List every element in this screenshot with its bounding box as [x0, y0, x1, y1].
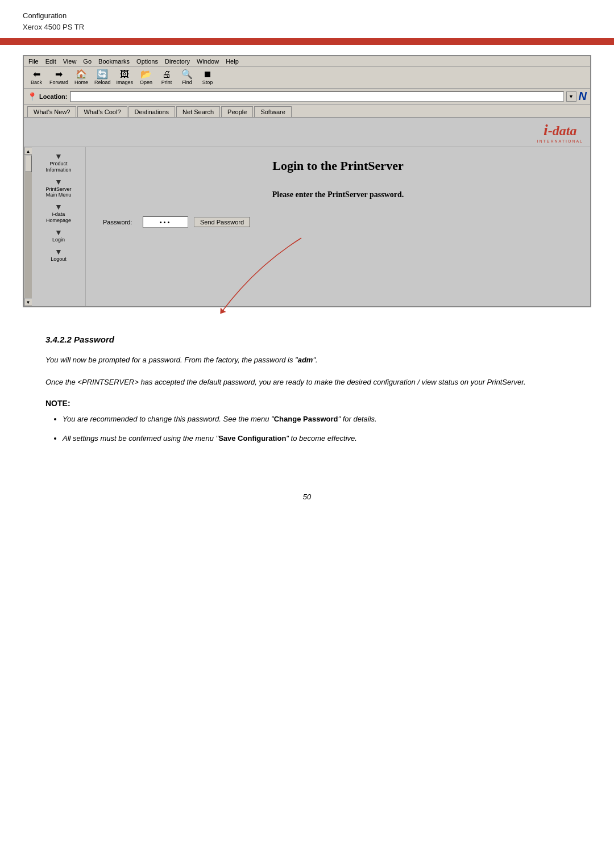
- stop-label: Stop: [202, 80, 213, 85]
- home-label: Home: [74, 80, 88, 85]
- sidebar-item-login[interactable]: ▼ Login: [34, 227, 83, 245]
- header-line2: Xerox 4500 PS TR: [23, 22, 591, 33]
- login-subtitle: Please enter the PrintServer password.: [103, 190, 573, 199]
- browser-window: File Edit View Go Bookmarks Options Dire…: [23, 55, 591, 307]
- sidebar-label-printserver-menu: PrintServerMain Menu: [45, 186, 71, 199]
- sidebar-item-product-info[interactable]: ▼ ProductInformation: [34, 151, 83, 175]
- header-line1: Configuration: [23, 10, 591, 22]
- stop-icon: ⏹: [203, 70, 212, 79]
- idata-subtext: INTERNATIONAL: [537, 139, 584, 143]
- reload-button[interactable]: 🔄 Reload: [93, 69, 113, 86]
- browser-nav-tabs: What's New? What's Cool? Destinations Ne…: [24, 105, 590, 118]
- menu-file[interactable]: File: [28, 58, 39, 65]
- sidebar-arrow-icon-3: ▼: [55, 203, 63, 211]
- tab-whats-cool[interactable]: What's Cool?: [77, 106, 127, 117]
- location-input[interactable]: [70, 91, 564, 102]
- idata-i: i: [544, 121, 548, 139]
- login-title: Login to the PrintServer: [103, 158, 573, 173]
- open-icon: 📂: [140, 70, 152, 79]
- sidebar-arrow-icon-5: ▼: [55, 248, 63, 256]
- idata-data: data: [553, 123, 577, 138]
- doc-section-title: 3.4.2.2 Password: [45, 335, 569, 344]
- browser-toolbar: ⬅ Back ➡ Forward 🏠 Home 🔄 Reload 🖼 Image…: [24, 67, 590, 89]
- password-input[interactable]: [143, 216, 188, 228]
- back-label: Back: [31, 80, 42, 85]
- location-bar: 📍 Location: ▼ N: [24, 89, 590, 105]
- note-label: NOTE:: [45, 399, 569, 408]
- reload-label: Reload: [94, 80, 111, 85]
- scrollbar-thumb[interactable]: [25, 155, 32, 172]
- menu-help[interactable]: Help: [226, 58, 239, 65]
- open-button[interactable]: 📂 Open: [137, 69, 155, 86]
- sidebar-label-idata-homepage: i-dataHomepage: [46, 211, 71, 224]
- back-icon: ⬅: [33, 70, 40, 79]
- sidebar-scrollbar: ▲ ▼: [24, 147, 32, 306]
- idata-dash: -: [548, 123, 553, 138]
- location-label: Location:: [39, 93, 68, 100]
- sidebar-arrow-icon-2: ▼: [55, 178, 63, 186]
- tab-whats-new[interactable]: What's New?: [27, 106, 76, 117]
- scrollbar-track: [25, 155, 32, 298]
- open-label: Open: [140, 80, 152, 85]
- images-label: Images: [117, 80, 134, 85]
- note-bold-change-password: Change Password: [274, 415, 338, 423]
- sidebar-item-idata-homepage[interactable]: ▼ i-dataHomepage: [34, 201, 83, 226]
- images-icon: 🖼: [120, 70, 129, 79]
- page-header: Configuration Xerox 4500 PS TR: [0, 0, 614, 38]
- menu-view[interactable]: View: [63, 58, 77, 65]
- doc-section: 3.4.2.2 Password You will now be prompte…: [0, 318, 614, 475]
- print-button[interactable]: 🖨 Print: [157, 69, 176, 86]
- forward-icon: ➡: [55, 70, 63, 79]
- idata-logo: i-data INTERNATIONAL: [537, 121, 584, 143]
- scroll-up-arrow[interactable]: ▲: [24, 147, 32, 155]
- doc-bold-adm: adm: [298, 356, 313, 364]
- menu-edit[interactable]: Edit: [45, 58, 56, 65]
- location-dropdown[interactable]: ▼: [566, 91, 576, 102]
- find-button[interactable]: 🔍 Find: [178, 69, 196, 86]
- reload-icon: 🔄: [97, 70, 108, 79]
- images-button[interactable]: 🖼 Images: [115, 69, 135, 86]
- main-panel: Login to the PrintServer Please enter th…: [86, 147, 590, 306]
- sidebar-item-logout[interactable]: ▼ Logout: [34, 246, 83, 264]
- note-item-1: You are recommended to change this passw…: [63, 414, 569, 425]
- note-list: You are recommended to change this passw…: [45, 414, 569, 445]
- red-bar: [0, 38, 614, 45]
- menu-directory[interactable]: Directory: [165, 58, 190, 65]
- browser-menubar: File Edit View Go Bookmarks Options Dire…: [24, 56, 590, 67]
- sidebar-arrow-icon-4: ▼: [55, 228, 63, 236]
- doc-paragraph-2: Once the <PRINTSERVER> has accepted the …: [45, 377, 569, 389]
- browser-content: ▲ ▼ ▼ ProductInformation ▼ PrintServerMa…: [24, 147, 590, 306]
- home-icon: 🏠: [76, 70, 87, 79]
- back-button[interactable]: ⬅ Back: [27, 69, 45, 86]
- send-password-button[interactable]: Send Password: [194, 217, 250, 227]
- tab-net-search[interactable]: Net Search: [176, 106, 220, 117]
- stop-button[interactable]: ⏹ Stop: [198, 69, 217, 86]
- menu-go[interactable]: Go: [83, 58, 92, 65]
- password-field-label: Password:: [103, 219, 137, 226]
- forward-label: Forward: [49, 80, 68, 85]
- sidebar-arrow-icon: ▼: [55, 152, 63, 160]
- note-item-2: All settings must be confirmed using the…: [63, 433, 569, 445]
- sidebar-item-printserver-menu[interactable]: ▼ PrintServerMain Menu: [34, 176, 83, 201]
- sidebar-label-login: Login: [52, 237, 65, 243]
- tab-destinations[interactable]: Destinations: [128, 106, 176, 117]
- forward-button[interactable]: ➡ Forward: [48, 69, 70, 86]
- tab-people[interactable]: People: [221, 106, 253, 117]
- netscape-icon: N: [579, 90, 587, 103]
- home-button[interactable]: 🏠 Home: [72, 69, 90, 86]
- brand-header: i-data INTERNATIONAL: [24, 118, 590, 147]
- sidebar: ▼ ProductInformation ▼ PrintServerMain M…: [32, 147, 86, 306]
- sidebar-label-product-info: ProductInformation: [45, 161, 71, 173]
- note-bold-save-config: Save Configuration: [218, 434, 286, 443]
- menu-options[interactable]: Options: [136, 58, 158, 65]
- page-number: 50: [0, 493, 614, 512]
- menu-window[interactable]: Window: [197, 58, 219, 65]
- find-label: Find: [182, 80, 192, 85]
- scroll-down-arrow[interactable]: ▼: [24, 298, 32, 306]
- find-icon: 🔍: [181, 70, 193, 79]
- print-label: Print: [161, 80, 172, 85]
- print-icon: 🖨: [162, 70, 171, 79]
- password-row: Password: Send Password: [103, 216, 573, 228]
- tab-software[interactable]: Software: [254, 106, 291, 117]
- menu-bookmarks[interactable]: Bookmarks: [98, 58, 130, 65]
